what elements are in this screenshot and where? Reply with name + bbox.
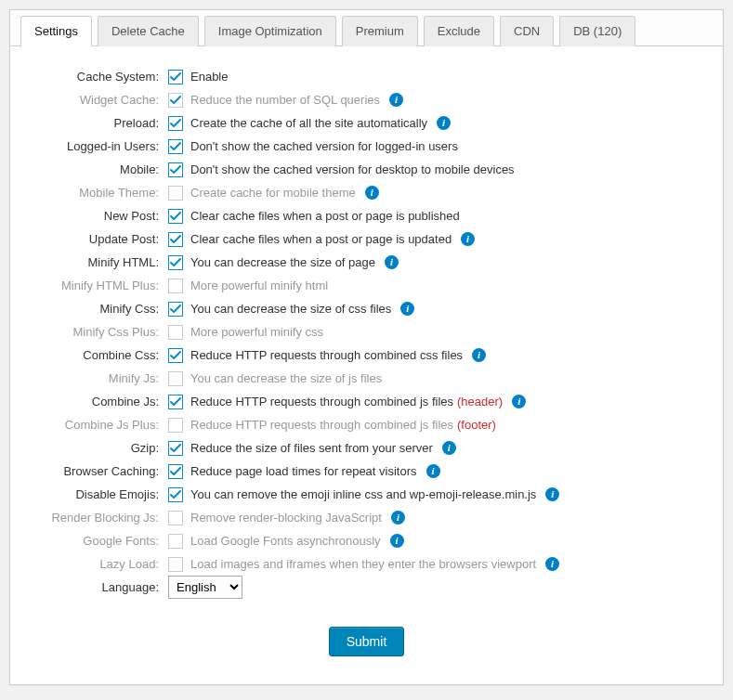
option-label-combine-css: Combine Css: xyxy=(38,344,168,367)
option-desc-mobile-theme: Create cache for mobile theme xyxy=(190,181,356,204)
option-desc-preload: Create the cache of all the site automat… xyxy=(190,111,427,135)
settings-panel: SettingsDelete CacheImage OptimizationPr… xyxy=(9,9,724,685)
option-row-combine-js-plus: Combine Js Plus:Reduce HTTP requests thr… xyxy=(38,413,695,436)
checkbox-mobile-theme xyxy=(168,186,183,201)
language-row: Language: English xyxy=(38,576,695,599)
option-desc-minify-js: You can decrease the size of js files xyxy=(190,367,382,390)
info-icon[interactable]: i xyxy=(545,557,559,571)
tab-db-120[interactable]: DB (120) xyxy=(559,16,635,46)
option-desc-combine-css: Reduce HTTP requests through combined cs… xyxy=(190,344,463,367)
checkbox-preload[interactable] xyxy=(168,116,183,131)
language-label: Language: xyxy=(38,576,168,599)
checkbox-widget-cache xyxy=(168,93,183,108)
option-desc-combine-js-plus: Reduce HTTP requests through combined js… xyxy=(190,413,453,436)
option-label-combine-js: Combine Js: xyxy=(38,390,168,413)
checkbox-cache-system[interactable] xyxy=(168,70,183,84)
checkbox-google-fonts xyxy=(168,534,183,549)
tab-premium[interactable]: Premium xyxy=(342,16,418,46)
option-desc-logged-in-users: Don't show the cached version for logged… xyxy=(190,135,458,158)
tabs-bar: SettingsDelete CacheImage OptimizationPr… xyxy=(10,10,723,46)
option-row-mobile: Mobile:Don't show the cached version for… xyxy=(38,158,695,181)
tab-exclude[interactable]: Exclude xyxy=(424,16,494,46)
option-row-new-post: New Post:Clear cache files when a post o… xyxy=(38,204,695,227)
checkbox-minify-css-plus xyxy=(168,325,183,340)
option-label-minify-css: Minify Css: xyxy=(38,297,168,320)
option-row-render-blocking-js: Render Blocking Js:Remove render-blockin… xyxy=(38,506,695,529)
option-label-update-post: Update Post: xyxy=(38,227,168,251)
info-icon[interactable]: i xyxy=(400,302,414,316)
option-label-lazy-load: Lazy Load: xyxy=(38,552,168,576)
tab-delete-cache[interactable]: Delete Cache xyxy=(98,16,199,46)
checkbox-disable-emojis[interactable] xyxy=(168,487,183,502)
option-row-preload: Preload:Create the cache of all the site… xyxy=(38,111,695,135)
checkbox-update-post[interactable] xyxy=(168,232,183,247)
option-desc-update-post: Clear cache files when a post or page is… xyxy=(190,227,452,251)
option-label-minify-html-plus: Minify HTML Plus: xyxy=(38,274,168,297)
option-extra-combine-js: (header) xyxy=(457,390,503,413)
info-icon[interactable]: i xyxy=(390,534,404,548)
checkbox-minify-js xyxy=(168,371,183,386)
option-row-minify-css: Minify Css:You can decrease the size of … xyxy=(38,297,695,320)
checkbox-minify-html-plus xyxy=(168,279,183,293)
option-desc-gzip: Reduce the size of files sent from your … xyxy=(190,436,433,460)
option-label-mobile-theme: Mobile Theme: xyxy=(38,181,168,204)
option-row-logged-in-users: Logged-in Users:Don't show the cached ve… xyxy=(38,135,695,158)
option-row-widget-cache: Widget Cache:Reduce the number of SQL qu… xyxy=(38,88,695,111)
checkbox-minify-css[interactable] xyxy=(168,302,183,317)
option-row-combine-css: Combine Css:Reduce HTTP requests through… xyxy=(38,344,695,367)
option-label-widget-cache: Widget Cache: xyxy=(38,88,168,111)
option-label-minify-css-plus: Minify Css Plus: xyxy=(38,320,168,344)
checkbox-gzip[interactable] xyxy=(168,441,183,456)
checkbox-combine-js[interactable] xyxy=(168,395,183,409)
info-icon[interactable]: i xyxy=(391,511,405,525)
info-icon[interactable]: i xyxy=(461,232,475,246)
info-icon[interactable]: i xyxy=(365,186,379,200)
option-row-browser-caching: Browser Caching:Reduce page load times f… xyxy=(38,460,695,483)
option-label-combine-js-plus: Combine Js Plus: xyxy=(38,413,168,436)
option-desc-widget-cache: Reduce the number of SQL queries xyxy=(190,88,380,111)
submit-button[interactable]: Submit xyxy=(329,627,405,656)
option-row-update-post: Update Post:Clear cache files when a pos… xyxy=(38,227,695,251)
tab-image-optimization[interactable]: Image Optimization xyxy=(204,16,336,46)
option-row-minify-html-plus: Minify HTML Plus:More powerful minify ht… xyxy=(38,274,695,297)
option-row-lazy-load: Lazy Load:Load images and iframes when t… xyxy=(38,552,695,576)
option-row-gzip: Gzip:Reduce the size of files sent from … xyxy=(38,436,695,460)
option-desc-render-blocking-js: Remove render-blocking JavaScript xyxy=(190,506,382,529)
submit-row: Submit xyxy=(38,627,695,656)
info-icon[interactable]: i xyxy=(512,395,526,408)
option-label-google-fonts: Google Fonts: xyxy=(38,529,168,552)
info-icon[interactable]: i xyxy=(385,255,399,269)
checkbox-new-post[interactable] xyxy=(168,209,183,224)
info-icon[interactable]: i xyxy=(545,487,559,501)
option-label-cache-system: Cache System: xyxy=(38,65,168,88)
checkbox-mobile[interactable] xyxy=(168,162,183,177)
tab-settings[interactable]: Settings xyxy=(20,16,92,46)
option-row-minify-js: Minify Js:You can decrease the size of j… xyxy=(38,367,695,390)
info-icon[interactable]: i xyxy=(437,116,451,130)
option-label-preload: Preload: xyxy=(38,111,168,135)
checkbox-combine-js-plus xyxy=(168,418,183,433)
checkbox-browser-caching[interactable] xyxy=(168,464,183,479)
option-desc-minify-css-plus: More powerful minify css xyxy=(190,320,323,344)
checkbox-combine-css[interactable] xyxy=(168,348,183,363)
info-icon[interactable]: i xyxy=(426,464,440,478)
option-desc-minify-html-plus: More powerful minify html xyxy=(190,274,328,297)
checkbox-render-blocking-js xyxy=(168,511,183,525)
option-desc-minify-css: You can decrease the size of css files xyxy=(190,297,391,320)
info-icon[interactable]: i xyxy=(389,93,403,107)
option-desc-minify-html: You can decrease the size of page xyxy=(190,251,375,274)
option-label-minify-js: Minify Js: xyxy=(38,367,168,390)
info-icon[interactable]: i xyxy=(442,441,456,455)
option-row-combine-js: Combine Js:Reduce HTTP requests through … xyxy=(38,390,695,413)
option-desc-browser-caching: Reduce page load times for repeat visito… xyxy=(190,460,417,483)
option-row-mobile-theme: Mobile Theme:Create cache for mobile the… xyxy=(38,181,695,204)
checkbox-minify-html[interactable] xyxy=(168,255,183,270)
option-row-cache-system: Cache System:Enable xyxy=(38,65,695,88)
option-row-minify-html: Minify HTML:You can decrease the size of… xyxy=(38,251,695,274)
checkbox-logged-in-users[interactable] xyxy=(168,139,183,154)
language-select[interactable]: English xyxy=(168,576,242,599)
info-icon[interactable]: i xyxy=(472,348,486,362)
checkbox-lazy-load xyxy=(168,557,183,572)
option-desc-new-post: Clear cache files when a post or page is… xyxy=(190,204,460,227)
tab-cdn[interactable]: CDN xyxy=(500,16,554,46)
